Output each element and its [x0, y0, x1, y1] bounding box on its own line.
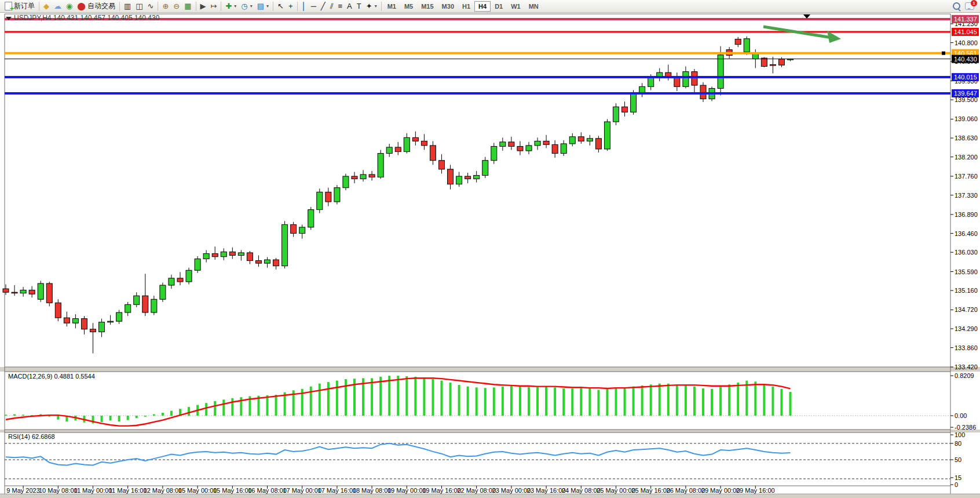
time-axis-label[interactable]: 29 May 00:00 [701, 487, 740, 494]
time-axis-label[interactable]: 22 May 08:00 [457, 487, 496, 494]
chart-area[interactable]: 141.230140.800140.370139.930139.500139.0… [0, 0, 980, 498]
price-tick-label[interactable]: 139.060 [955, 115, 978, 122]
toolbar-trendline-button[interactable]: ╱ [319, 0, 328, 12]
toolbar-line-chart-button[interactable]: ∿ [145, 0, 156, 12]
bull-candle [203, 253, 209, 259]
periods-dropdown-icon[interactable]: ▾ [250, 3, 253, 9]
toolbar-fibonacci-button[interactable]: ≡ [336, 0, 345, 12]
macd-scale-label[interactable]: 0.8209 [955, 372, 974, 379]
time-axis-label[interactable]: 25 May 00:00 [597, 487, 635, 494]
toolbar-text-button[interactable]: A [345, 0, 354, 12]
price-tick-label[interactable]: 136.030 [955, 249, 978, 256]
toolbar-text-label-button[interactable]: T [354, 0, 364, 12]
toolbar-zoom-in-button[interactable]: ⊕ [160, 0, 171, 12]
time-axis-label[interactable]: 24 May 08:00 [562, 487, 601, 494]
indicators-dropdown-icon[interactable]: ▾ [234, 3, 236, 9]
toolbar-signals-button[interactable]: ◉ [64, 0, 75, 12]
time-axis-label[interactable]: 17 May 16:00 [318, 487, 357, 494]
toolbar-auto-scroll-button[interactable]: ▶ [198, 0, 209, 12]
price-tick-label[interactable]: 140.800 [955, 39, 978, 46]
toolbar-auto-trading-button[interactable]: ⬤自动交易 [75, 0, 118, 12]
bear-candle [3, 289, 9, 292]
time-axis-label[interactable]: 11 May 16:00 [109, 487, 147, 494]
toolbar-arrows-button[interactable]: ✦▾ [364, 0, 379, 12]
toolbar-separator [221, 2, 221, 11]
period-d1-button[interactable]: D1 [491, 1, 507, 12]
time-axis-label[interactable]: 23 May 16:00 [527, 487, 566, 494]
period-h4-button[interactable]: H4 [474, 1, 491, 12]
rsi-scale-label[interactable]: 50 [955, 456, 961, 463]
rsi-scale-label[interactable]: 15 [955, 474, 961, 481]
period-h1-button[interactable]: H1 [458, 1, 474, 12]
price-tick-label[interactable]: 137.330 [955, 192, 978, 199]
bear-candle [595, 139, 601, 149]
rsi-scale-label[interactable]: 100 [955, 431, 965, 438]
search-icon[interactable] [953, 2, 960, 10]
templates-dropdown-icon[interactable]: ▾ [266, 3, 269, 9]
time-axis-label[interactable]: 25 May 16:00 [631, 487, 670, 494]
toolbar-community-button[interactable]: ☁ [52, 0, 64, 12]
toolbar-equidistant-channel-button[interactable]: ⫽ [328, 0, 336, 12]
time-axis-label[interactable]: 19 May 00:00 [387, 487, 426, 494]
price-tick-label[interactable]: 134.720 [955, 306, 978, 313]
arrows-dropdown-icon[interactable]: ▾ [375, 3, 377, 9]
time-axis-label[interactable]: 11 May 00:00 [74, 487, 112, 494]
toolbar-chart-shift-button[interactable]: ↦ [209, 0, 220, 12]
price-tick-label[interactable]: 135.160 [955, 287, 978, 294]
price-tick-label[interactable]: 138.200 [955, 154, 978, 161]
toolbar-vertical-line-button[interactable]: │ [299, 0, 309, 12]
time-axis-label[interactable]: 15 May 16:00 [213, 487, 252, 494]
rsi-scale-label[interactable]: 80 [955, 440, 961, 447]
time-axis-label[interactable]: 18 May 08:00 [353, 487, 392, 494]
pane-splitter[interactable] [0, 367, 980, 372]
bear-candle [229, 252, 235, 255]
time-axis-label[interactable]: 19 May 16:00 [422, 487, 461, 494]
period-w1-button[interactable]: W1 [507, 1, 525, 12]
toolbar-new-order-button[interactable]: 新订单 [2, 0, 37, 12]
period-m1-button[interactable]: M1 [383, 1, 400, 12]
price-tick-label[interactable]: 134.290 [955, 325, 978, 332]
toolbar-indicators-button[interactable]: ✚▾ [223, 0, 239, 12]
price-tick-label[interactable]: 136.890 [955, 211, 978, 218]
time-axis-label[interactable]: 15 May 00:00 [178, 487, 217, 494]
toolbar-bar-chart-button[interactable]: ▥ [122, 0, 133, 12]
toolbar-tile-windows-button[interactable]: ▦ [182, 0, 193, 12]
period-m5-button[interactable]: M5 [400, 1, 417, 12]
trendline-handle[interactable] [942, 52, 945, 55]
price-tick-label[interactable]: 137.760 [955, 173, 978, 180]
tile-windows-icon: ▦ [184, 1, 191, 12]
price-tick-label[interactable]: 136.460 [955, 230, 978, 237]
time-axis-label[interactable]: 16 May 08:00 [248, 487, 287, 494]
toolbar-horizontal-line-button[interactable]: ─ [309, 0, 319, 12]
time-axis-label[interactable]: 23 May 00:00 [492, 487, 531, 494]
cursor-icon: ↖ [277, 1, 284, 12]
bull-candle [631, 94, 637, 112]
period-m15-button[interactable]: M15 [417, 1, 437, 12]
time-axis-label[interactable]: 29 May 16:00 [736, 487, 775, 494]
price-tick-label[interactable]: 135.590 [955, 268, 978, 275]
toolbar-periods-button[interactable]: ◷▾ [239, 0, 254, 12]
time-axis-label[interactable]: 12 May 08:00 [144, 487, 182, 494]
time-axis-label[interactable]: 26 May 08:00 [667, 487, 705, 494]
bear-candle [552, 144, 558, 153]
period-m30-button[interactable]: M30 [438, 1, 458, 12]
toolbar-templates-button[interactable]: ▤▾ [255, 0, 271, 12]
macd-scale-label[interactable]: 0.00 [955, 412, 967, 419]
bull-candle [125, 304, 131, 312]
toolbar-cursor-button[interactable]: ↖ [275, 0, 286, 12]
toolbar-crosshair-button[interactable]: + [286, 0, 295, 12]
chat-icon[interactable]: 1 [965, 2, 974, 10]
price-tick-label[interactable]: 133.860 [955, 344, 978, 351]
price-tick-label[interactable]: 138.630 [955, 135, 978, 141]
pane-splitter[interactable] [0, 430, 980, 432]
toolbar-market-watch-button[interactable]: ◆ [41, 0, 52, 12]
time-axis-label[interactable]: 17 May 00:00 [283, 487, 321, 494]
period-mn-button[interactable]: MN [525, 1, 543, 12]
time-axis-label[interactable]: 10 May 08:00 [39, 487, 78, 494]
rsi-scale-label[interactable]: 0 [955, 481, 958, 488]
toolbar-zoom-out-button[interactable]: ⊖ [171, 0, 182, 12]
toolbar-candlestick-chart-button[interactable]: ◫ [133, 0, 145, 12]
macd-scale-label[interactable]: -0.2386 [955, 424, 976, 431]
time-axis-label[interactable]: 9 May 2023 [6, 487, 39, 494]
price-tick-label[interactable]: 133.420 [955, 363, 978, 370]
